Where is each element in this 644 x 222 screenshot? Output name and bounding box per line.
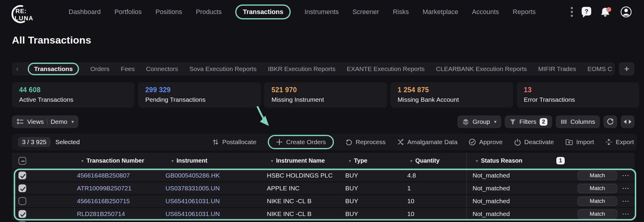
power-icon — [514, 138, 521, 146]
type-cell: BUY — [343, 195, 382, 207]
sort-caret-icon[interactable]: ▾ — [81, 158, 83, 163]
stat-value: 299 329 — [145, 86, 253, 94]
sort-caret-icon[interactable]: ▾ — [271, 158, 273, 163]
instrument-link[interactable]: US6541061031.UN — [165, 198, 220, 205]
nav-item-dashboard[interactable]: Dashboard — [69, 8, 101, 16]
chevron-down-icon: ▾ — [72, 119, 74, 124]
row-menu-icon[interactable]: ⋯ — [622, 187, 630, 190]
nav-item-instruments[interactable]: Instruments — [304, 8, 339, 16]
tab-exante-execution-reports[interactable]: EXANTE Execution Reports — [347, 65, 425, 73]
column-header-type[interactable]: ▾ Type — [343, 153, 382, 169]
filters-button[interactable]: Filters 2 — [505, 115, 552, 128]
column-header-quantity[interactable]: ▾ Quantity — [382, 153, 466, 169]
instrument-link[interactable]: US6541061031.UN — [165, 210, 220, 218]
nav-item-transactions[interactable]: Transactions — [235, 4, 291, 19]
tab-mifir-trades[interactable]: MIFIR Trades — [538, 65, 576, 73]
column-header-status-reason[interactable]: ▾ Status Reason 1 — [466, 153, 575, 169]
tab-orders[interactable]: Orders — [90, 65, 109, 73]
stat-label: Missing Instrument — [271, 96, 380, 103]
merge-shuffle-icon — [397, 138, 404, 146]
row-checkbox[interactable] — [18, 197, 26, 205]
row-menu-icon[interactable]: ⋯ — [622, 174, 630, 177]
table-row[interactable]: 45661616B250715 US6541061031.UN NIKE INC… — [12, 195, 634, 207]
nav-item-reports[interactable]: Reports — [513, 8, 536, 16]
page-title: All Transactions — [12, 34, 644, 46]
nav-item-accounts[interactable]: Accounts — [472, 8, 499, 16]
add-tab-button[interactable]: + — [619, 62, 634, 75]
transaction-number-link[interactable]: 45661648B250807 — [77, 172, 130, 179]
group-button[interactable]: Group ▾ — [457, 115, 501, 128]
table-row[interactable]: 45661648B250807 GB0005405286.HK HSBC HOL… — [12, 169, 634, 181]
tab-clearbank-execution-reports[interactable]: CLEARBANK Execution Reports — [436, 65, 527, 73]
export-button[interactable]: Export — [605, 138, 634, 146]
create-orders-button[interactable]: Create Orders — [268, 135, 334, 149]
nav-item-screener[interactable]: Screener — [352, 8, 379, 16]
stat-card-error-transactions[interactable]: 13 Error Transactions — [517, 82, 639, 108]
amalgamate-data-button[interactable]: Amalgamate Data — [397, 138, 457, 146]
reprocess-button[interactable]: Reprocess — [345, 138, 386, 146]
views-selector-button[interactable]: Views Demo ▾ — [12, 115, 78, 128]
quantity-cell: 10 — [382, 195, 466, 207]
transaction-number-link[interactable]: 45661616B250715 — [77, 198, 130, 205]
column-label: Instrument Name — [276, 157, 325, 164]
table-row[interactable]: RLD281B250714 US6541061031.UN NIKE INC -… — [12, 208, 634, 220]
import-button[interactable]: Import — [565, 138, 594, 146]
column-header-transaction-number[interactable]: ▾ Transaction Number — [42, 153, 158, 169]
profile-avatar-icon[interactable] — [620, 6, 632, 18]
row-checkbox[interactable] — [18, 184, 26, 192]
table-row[interactable]: ATR10099B250721 US0378331005.UN APPLE IN… — [12, 182, 634, 194]
notifications-bell-icon[interactable] — [600, 6, 612, 18]
postallocate-button[interactable]: Postallocate — [212, 138, 256, 146]
stat-card-missing-instrument[interactable]: 521 970 Missing Instrument — [264, 82, 387, 108]
row-menu-icon[interactable]: ⋯ — [622, 212, 630, 215]
refresh-button[interactable] — [603, 115, 617, 128]
row-menu-icon[interactable]: ⋯ — [622, 200, 630, 203]
tab-eoms[interactable]: EOMS C — [587, 65, 612, 73]
row-checkbox[interactable] — [18, 172, 26, 179]
tab-sova-execution-reports[interactable]: Sova Execution Reports — [189, 65, 256, 73]
column-header-instrument-name[interactable]: ▾ Instrument Name — [247, 153, 343, 169]
kebab-menu-icon[interactable] — [571, 7, 573, 17]
instrument-link[interactable]: GB0005405286.HK — [165, 172, 220, 179]
stat-card-missing-bank-account[interactable]: 1 254 875 Missing Bank Account — [391, 82, 513, 108]
nav-item-positions[interactable]: Positions — [155, 8, 182, 16]
views-icon — [17, 118, 24, 125]
plus-icon — [276, 138, 283, 146]
tab-transactions[interactable]: Transactions — [28, 63, 79, 75]
instrument-link[interactable]: US0378331005.UN — [165, 185, 220, 192]
nav-item-risks[interactable]: Risks — [393, 8, 409, 16]
match-button[interactable]: Match — [578, 197, 617, 206]
sort-caret-icon[interactable]: ▾ — [349, 158, 351, 163]
nav-item-marketplace[interactable]: Marketplace — [422, 8, 458, 16]
deactivate-button[interactable]: Deactivate — [514, 138, 554, 146]
tab-connectors[interactable]: Connectors — [146, 65, 178, 73]
instrument-name-cell: HSBC HOLDINGS PLC — [247, 169, 343, 181]
column-header-instrument[interactable]: ▾ Instrument — [158, 153, 247, 169]
match-button[interactable]: Match — [578, 184, 617, 193]
row-checkbox[interactable] — [18, 210, 26, 218]
stat-card-active-transactions[interactable]: 44 608 Active Transactions — [12, 82, 134, 108]
tabs-scroll-left-icon[interactable]: ‹ — [16, 65, 18, 73]
brand-logo[interactable]: RE: LUNA — [10, 5, 49, 24]
transaction-number-link[interactable]: RLD281B250714 — [77, 210, 125, 218]
select-all-checkbox[interactable] — [18, 157, 26, 165]
tab-ibkr-execution-reports[interactable]: IBKR Execution Reports — [268, 65, 335, 73]
match-button[interactable]: Match — [578, 171, 617, 180]
approve-button[interactable]: Approve — [469, 138, 502, 146]
sort-caret-icon[interactable]: ▾ — [476, 158, 478, 163]
transaction-number-link[interactable]: ATR10099B250721 — [77, 185, 131, 192]
nav-item-portfolios[interactable]: Portfolios — [114, 8, 142, 16]
sort-caret-icon[interactable]: ▾ — [171, 158, 174, 163]
topbar-icons: ? — [571, 6, 632, 18]
stat-label: Pending Transactions — [145, 96, 253, 103]
nav-item-products[interactable]: Products — [196, 8, 222, 16]
tabs-row: ‹ Transactions Orders Fees Connectors So… — [12, 62, 634, 75]
stat-card-pending-transactions[interactable]: 299 329 Pending Transactions — [138, 82, 261, 108]
sort-caret-icon[interactable]: ▾ — [410, 158, 412, 163]
help-icon[interactable]: ? — [581, 6, 592, 18]
tab-fees[interactable]: Fees — [121, 65, 135, 73]
match-button[interactable]: Match — [578, 209, 617, 219]
columns-button[interactable]: Columns — [556, 115, 600, 128]
column-label: Status Reason — [481, 157, 522, 164]
pagination-arrows-button[interactable] — [621, 115, 634, 128]
